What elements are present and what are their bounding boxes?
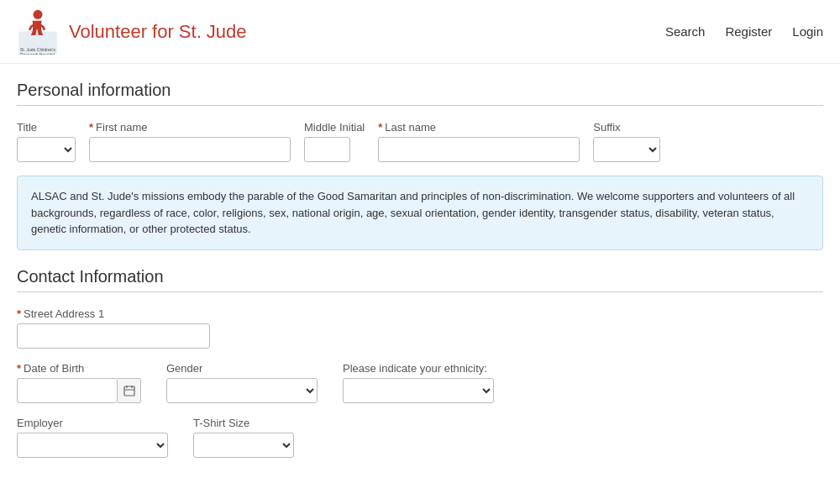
non-discrimination-info-box: ALSAC and St. Jude's missions embody the…: [17, 176, 823, 250]
gender-field-group: Gender Male Female Non-binary Prefer not…: [166, 362, 318, 403]
st-jude-logo-icon: St. Jude Children's Research Hospital: [17, 8, 59, 55]
middle-initial-field-group: Middle Initial: [304, 121, 365, 162]
last-name-field-group: * Last name: [378, 121, 580, 162]
ethnicity-label: Please indicate your ethnicity:: [343, 362, 494, 375]
dob-gender-ethnicity-row: * Date of Birth Gender M: [17, 362, 823, 403]
dob-input-wrapper: [17, 378, 141, 403]
ethnicity-select[interactable]: Hispanic or Latino Not Hispanic or Latin…: [343, 378, 494, 403]
tshirt-label: T-Shirt Size: [193, 417, 294, 429]
dob-field-group: * Date of Birth: [17, 362, 141, 403]
middle-initial-input[interactable]: [304, 137, 350, 162]
personal-info-title: Personal information: [17, 81, 823, 100]
header: St. Jude Children's Research Hospital Vo…: [0, 0, 840, 64]
nav-search-link[interactable]: Search: [665, 24, 706, 39]
ethnicity-field-group: Please indicate your ethnicity: Hispanic…: [343, 362, 494, 403]
contact-section-divider: [17, 291, 823, 292]
header-title: Volunteer for St. Jude: [69, 21, 247, 43]
svg-text:Research Hospital: Research Hospital: [20, 52, 55, 55]
first-name-input[interactable]: [89, 137, 291, 162]
gender-select[interactable]: Male Female Non-binary Prefer not to say: [166, 378, 318, 403]
employer-tshirt-row: Employer T-Shirt Size XS S M L XL XXL: [17, 417, 823, 458]
street-address-required-star: *: [17, 307, 21, 320]
dob-label: * Date of Birth: [17, 362, 141, 375]
tshirt-select[interactable]: XS S M L XL XXL: [193, 433, 294, 458]
suffix-field-group: Suffix Jr Sr II III: [593, 121, 660, 162]
street-address-input[interactable]: [17, 323, 210, 349]
header-left: St. Jude Children's Research Hospital Vo…: [17, 8, 247, 55]
last-name-input[interactable]: [378, 137, 580, 162]
title-field-group: Title Mr Mrs Ms Dr: [17, 121, 76, 162]
last-name-label: * Last name: [378, 121, 580, 134]
main-content: Personal information Title Mr Mrs Ms Dr …: [0, 64, 840, 488]
nav-register-link[interactable]: Register: [725, 24, 772, 39]
employer-label: Employer: [17, 417, 168, 429]
street-address-label: * Street Address 1: [17, 307, 823, 320]
title-label: Title: [17, 121, 76, 134]
title-select[interactable]: Mr Mrs Ms Dr: [17, 137, 76, 162]
employer-select[interactable]: [17, 433, 168, 458]
tshirt-field-group: T-Shirt Size XS S M L XL XXL: [193, 417, 294, 458]
contact-info-title: Contact Information: [17, 267, 823, 286]
dob-input[interactable]: [17, 378, 118, 403]
personal-section-divider: [17, 105, 823, 106]
last-name-required-star: *: [378, 121, 382, 134]
nav-login-link[interactable]: Login: [792, 24, 823, 39]
dob-calendar-button[interactable]: [118, 378, 141, 403]
first-name-label: * First name: [89, 121, 291, 134]
svg-rect-4: [124, 386, 134, 396]
personal-info-row: Title Mr Mrs Ms Dr * First name Middle I…: [17, 121, 823, 162]
dob-required-star: *: [17, 362, 21, 375]
calendar-icon: [123, 385, 135, 396]
gender-label: Gender: [166, 362, 318, 375]
suffix-select[interactable]: Jr Sr II III: [593, 137, 660, 162]
svg-point-3: [34, 10, 43, 19]
first-name-field-group: * First name: [89, 121, 291, 162]
suffix-label: Suffix: [593, 121, 660, 134]
employer-field-group: Employer: [17, 417, 168, 458]
logo-container: St. Jude Children's Research Hospital: [17, 8, 59, 55]
first-name-required-star: *: [89, 121, 93, 134]
header-nav: Search Register Login: [665, 24, 823, 39]
street-address-field-group: * Street Address 1: [17, 307, 823, 349]
middle-initial-label: Middle Initial: [304, 121, 365, 134]
